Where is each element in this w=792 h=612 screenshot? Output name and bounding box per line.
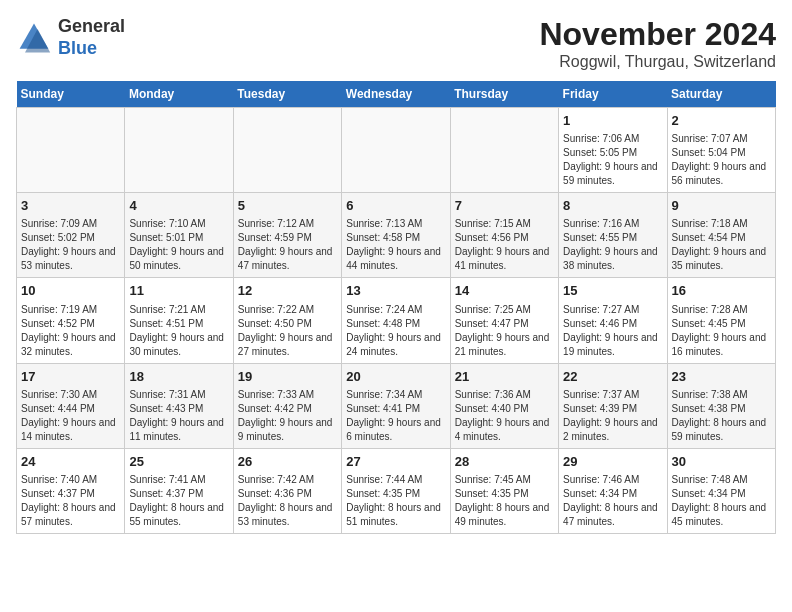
logo-general: General [58, 16, 125, 38]
day-number: 5 [238, 197, 337, 215]
day-number: 19 [238, 368, 337, 386]
calendar-cell: 16Sunrise: 7:28 AM Sunset: 4:45 PM Dayli… [667, 278, 775, 363]
calendar-cell: 17Sunrise: 7:30 AM Sunset: 4:44 PM Dayli… [17, 363, 125, 448]
day-number: 27 [346, 453, 445, 471]
logo-blue: Blue [58, 38, 125, 60]
calendar-cell: 7Sunrise: 7:15 AM Sunset: 4:56 PM Daylig… [450, 193, 558, 278]
calendar-cell: 13Sunrise: 7:24 AM Sunset: 4:48 PM Dayli… [342, 278, 450, 363]
calendar-week-row: 1Sunrise: 7:06 AM Sunset: 5:05 PM Daylig… [17, 108, 776, 193]
calendar-cell: 28Sunrise: 7:45 AM Sunset: 4:35 PM Dayli… [450, 448, 558, 533]
day-info: Sunrise: 7:30 AM Sunset: 4:44 PM Dayligh… [21, 388, 120, 444]
day-number: 6 [346, 197, 445, 215]
day-info: Sunrise: 7:40 AM Sunset: 4:37 PM Dayligh… [21, 473, 120, 529]
calendar-cell: 1Sunrise: 7:06 AM Sunset: 5:05 PM Daylig… [559, 108, 667, 193]
day-info: Sunrise: 7:31 AM Sunset: 4:43 PM Dayligh… [129, 388, 228, 444]
day-number: 18 [129, 368, 228, 386]
day-info: Sunrise: 7:25 AM Sunset: 4:47 PM Dayligh… [455, 303, 554, 359]
day-number: 2 [672, 112, 771, 130]
logo-icon [16, 20, 52, 56]
calendar-cell: 22Sunrise: 7:37 AM Sunset: 4:39 PM Dayli… [559, 363, 667, 448]
day-number: 8 [563, 197, 662, 215]
day-info: Sunrise: 7:15 AM Sunset: 4:56 PM Dayligh… [455, 217, 554, 273]
day-info: Sunrise: 7:22 AM Sunset: 4:50 PM Dayligh… [238, 303, 337, 359]
calendar-cell: 26Sunrise: 7:42 AM Sunset: 4:36 PM Dayli… [233, 448, 341, 533]
day-number: 26 [238, 453, 337, 471]
day-info: Sunrise: 7:09 AM Sunset: 5:02 PM Dayligh… [21, 217, 120, 273]
calendar-week-row: 24Sunrise: 7:40 AM Sunset: 4:37 PM Dayli… [17, 448, 776, 533]
weekday-header-row: SundayMondayTuesdayWednesdayThursdayFrid… [17, 81, 776, 108]
day-number: 7 [455, 197, 554, 215]
day-info: Sunrise: 7:41 AM Sunset: 4:37 PM Dayligh… [129, 473, 228, 529]
day-info: Sunrise: 7:12 AM Sunset: 4:59 PM Dayligh… [238, 217, 337, 273]
calendar-cell: 20Sunrise: 7:34 AM Sunset: 4:41 PM Dayli… [342, 363, 450, 448]
calendar-cell: 25Sunrise: 7:41 AM Sunset: 4:37 PM Dayli… [125, 448, 233, 533]
weekday-header-tuesday: Tuesday [233, 81, 341, 108]
day-info: Sunrise: 7:24 AM Sunset: 4:48 PM Dayligh… [346, 303, 445, 359]
location-title: Roggwil, Thurgau, Switzerland [539, 53, 776, 71]
day-number: 30 [672, 453, 771, 471]
day-number: 11 [129, 282, 228, 300]
weekday-header-sunday: Sunday [17, 81, 125, 108]
weekday-header-monday: Monday [125, 81, 233, 108]
calendar-cell [17, 108, 125, 193]
calendar-cell: 21Sunrise: 7:36 AM Sunset: 4:40 PM Dayli… [450, 363, 558, 448]
day-info: Sunrise: 7:21 AM Sunset: 4:51 PM Dayligh… [129, 303, 228, 359]
day-number: 14 [455, 282, 554, 300]
day-info: Sunrise: 7:07 AM Sunset: 5:04 PM Dayligh… [672, 132, 771, 188]
day-info: Sunrise: 7:42 AM Sunset: 4:36 PM Dayligh… [238, 473, 337, 529]
calendar-cell: 2Sunrise: 7:07 AM Sunset: 5:04 PM Daylig… [667, 108, 775, 193]
day-info: Sunrise: 7:36 AM Sunset: 4:40 PM Dayligh… [455, 388, 554, 444]
day-info: Sunrise: 7:38 AM Sunset: 4:38 PM Dayligh… [672, 388, 771, 444]
calendar-cell [450, 108, 558, 193]
calendar-cell: 30Sunrise: 7:48 AM Sunset: 4:34 PM Dayli… [667, 448, 775, 533]
weekday-header-saturday: Saturday [667, 81, 775, 108]
calendar-cell [233, 108, 341, 193]
weekday-header-wednesday: Wednesday [342, 81, 450, 108]
calendar-cell: 12Sunrise: 7:22 AM Sunset: 4:50 PM Dayli… [233, 278, 341, 363]
day-number: 9 [672, 197, 771, 215]
day-number: 17 [21, 368, 120, 386]
calendar-table: SundayMondayTuesdayWednesdayThursdayFrid… [16, 81, 776, 534]
header-area: General Blue November 2024 Roggwil, Thur… [16, 16, 776, 71]
day-number: 29 [563, 453, 662, 471]
day-number: 4 [129, 197, 228, 215]
month-title: November 2024 [539, 16, 776, 53]
day-info: Sunrise: 7:13 AM Sunset: 4:58 PM Dayligh… [346, 217, 445, 273]
calendar-cell: 23Sunrise: 7:38 AM Sunset: 4:38 PM Dayli… [667, 363, 775, 448]
day-info: Sunrise: 7:34 AM Sunset: 4:41 PM Dayligh… [346, 388, 445, 444]
calendar-cell: 4Sunrise: 7:10 AM Sunset: 5:01 PM Daylig… [125, 193, 233, 278]
day-info: Sunrise: 7:44 AM Sunset: 4:35 PM Dayligh… [346, 473, 445, 529]
day-number: 12 [238, 282, 337, 300]
calendar-week-row: 17Sunrise: 7:30 AM Sunset: 4:44 PM Dayli… [17, 363, 776, 448]
day-number: 1 [563, 112, 662, 130]
calendar-cell [125, 108, 233, 193]
day-info: Sunrise: 7:10 AM Sunset: 5:01 PM Dayligh… [129, 217, 228, 273]
calendar-cell [342, 108, 450, 193]
calendar-week-row: 10Sunrise: 7:19 AM Sunset: 4:52 PM Dayli… [17, 278, 776, 363]
calendar-cell: 27Sunrise: 7:44 AM Sunset: 4:35 PM Dayli… [342, 448, 450, 533]
calendar-cell: 5Sunrise: 7:12 AM Sunset: 4:59 PM Daylig… [233, 193, 341, 278]
day-number: 16 [672, 282, 771, 300]
day-number: 25 [129, 453, 228, 471]
day-info: Sunrise: 7:46 AM Sunset: 4:34 PM Dayligh… [563, 473, 662, 529]
calendar-cell: 6Sunrise: 7:13 AM Sunset: 4:58 PM Daylig… [342, 193, 450, 278]
title-area: November 2024 Roggwil, Thurgau, Switzerl… [539, 16, 776, 71]
day-number: 15 [563, 282, 662, 300]
calendar-header: SundayMondayTuesdayWednesdayThursdayFrid… [17, 81, 776, 108]
day-number: 3 [21, 197, 120, 215]
calendar-cell: 9Sunrise: 7:18 AM Sunset: 4:54 PM Daylig… [667, 193, 775, 278]
day-info: Sunrise: 7:06 AM Sunset: 5:05 PM Dayligh… [563, 132, 662, 188]
calendar-cell: 3Sunrise: 7:09 AM Sunset: 5:02 PM Daylig… [17, 193, 125, 278]
day-number: 24 [21, 453, 120, 471]
calendar-cell: 14Sunrise: 7:25 AM Sunset: 4:47 PM Dayli… [450, 278, 558, 363]
day-info: Sunrise: 7:28 AM Sunset: 4:45 PM Dayligh… [672, 303, 771, 359]
weekday-header-friday: Friday [559, 81, 667, 108]
day-number: 28 [455, 453, 554, 471]
calendar-cell: 29Sunrise: 7:46 AM Sunset: 4:34 PM Dayli… [559, 448, 667, 533]
day-info: Sunrise: 7:33 AM Sunset: 4:42 PM Dayligh… [238, 388, 337, 444]
calendar-week-row: 3Sunrise: 7:09 AM Sunset: 5:02 PM Daylig… [17, 193, 776, 278]
day-info: Sunrise: 7:19 AM Sunset: 4:52 PM Dayligh… [21, 303, 120, 359]
day-number: 21 [455, 368, 554, 386]
calendar-cell: 10Sunrise: 7:19 AM Sunset: 4:52 PM Dayli… [17, 278, 125, 363]
calendar-cell: 24Sunrise: 7:40 AM Sunset: 4:37 PM Dayli… [17, 448, 125, 533]
